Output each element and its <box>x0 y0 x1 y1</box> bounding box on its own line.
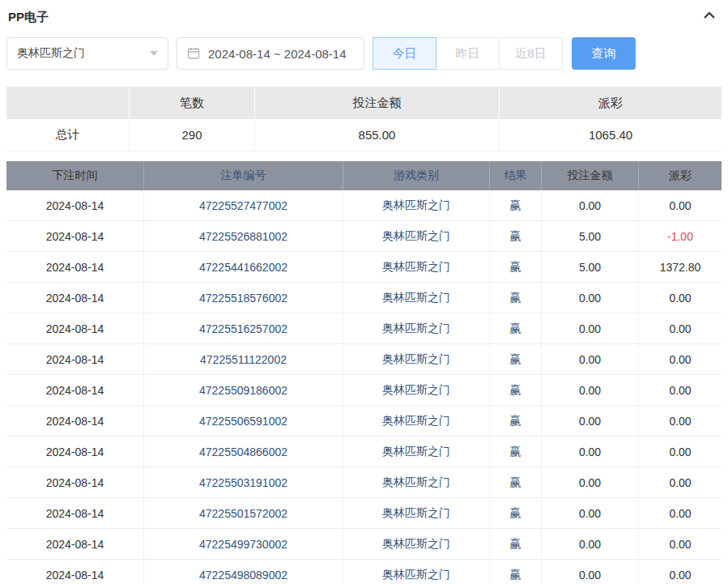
cell-time: 2024-08-14 <box>6 437 144 467</box>
table-row: 2024-08-1447225441662002奥林匹斯之门赢5.001372.… <box>6 252 722 283</box>
cell-game: 奥林匹斯之门 <box>343 406 490 437</box>
cell-bet: 0.00 <box>542 437 639 467</box>
cell-time: 2024-08-14 <box>6 190 144 221</box>
today-button[interactable]: 今日 <box>373 37 436 70</box>
column-header-order-id: 注单编号 <box>144 161 343 190</box>
cell-payout: 0.00 <box>639 529 722 560</box>
query-button[interactable]: 查询 <box>572 37 636 70</box>
cell-order-id: 47225509186002 <box>144 375 343 406</box>
pp-electronic-panel: PP电子 奥林匹斯之门 2024-08-14 ~ 2024-08-14 <box>0 0 728 584</box>
panel-header: PP电子 <box>6 6 722 28</box>
filter-bar: 奥林匹斯之门 2024-08-14 ~ 2024-08-14 今日 昨日 近8日… <box>6 37 722 70</box>
cell-game: 奥林匹斯之门 <box>343 252 490 283</box>
chevron-up-icon <box>702 10 717 24</box>
cell-payout: 0.00 <box>639 560 722 584</box>
yesterday-button[interactable]: 昨日 <box>436 37 500 70</box>
last-8-days-button[interactable]: 近8日 <box>499 37 563 70</box>
cell-bet: 0.00 <box>542 498 639 529</box>
cell-result: 赢 <box>490 437 542 467</box>
cell-time: 2024-08-14 <box>6 252 144 283</box>
cell-time: 2024-08-14 <box>6 375 144 406</box>
game-select[interactable]: 奥林匹斯之门 <box>6 37 168 70</box>
caret-down-icon <box>150 51 158 56</box>
cell-time: 2024-08-14 <box>6 283 144 313</box>
cell-payout: 0.00 <box>639 406 722 437</box>
table-row: 2024-08-1447225518576002奥林匹斯之门赢0.000.00 <box>6 283 722 313</box>
summary-total-payout: 1065.40 <box>500 119 722 151</box>
cell-game: 奥林匹斯之门 <box>343 560 490 584</box>
cell-bet: 0.00 <box>542 529 639 560</box>
cell-game: 奥林匹斯之门 <box>343 498 490 529</box>
cell-result: 赢 <box>490 529 542 560</box>
collapse-panel-button[interactable] <box>702 10 720 24</box>
cell-bet: 0.00 <box>542 560 639 584</box>
cell-payout: 0.00 <box>639 375 722 406</box>
table-row: 2024-08-1447225498089002奥林匹斯之门赢0.000.00 <box>6 560 722 584</box>
table-row: 2024-08-1447225503191002奥林匹斯之门赢0.000.00 <box>6 467 722 498</box>
table-row: 2024-08-1447225526881002奥林匹斯之门赢5.00-1.00 <box>6 221 722 252</box>
cell-result: 赢 <box>490 190 542 221</box>
cell-order-id: 47225518576002 <box>144 283 343 313</box>
cell-order-id: 47225526881002 <box>144 221 343 252</box>
cell-result: 赢 <box>490 221 542 252</box>
cell-time: 2024-08-14 <box>6 406 144 437</box>
cell-bet: 0.00 <box>542 283 639 313</box>
calendar-icon <box>187 47 200 60</box>
cell-result: 赢 <box>490 283 542 313</box>
cell-game: 奥林匹斯之门 <box>343 529 490 560</box>
cell-payout: 0.00 <box>639 467 722 498</box>
cell-payout: 0.00 <box>639 313 722 344</box>
cell-result: 赢 <box>490 467 542 498</box>
cell-game: 奥林匹斯之门 <box>343 313 490 344</box>
date-range-input[interactable]: 2024-08-14 ~ 2024-08-14 <box>177 37 364 70</box>
cell-game: 奥林匹斯之门 <box>343 467 490 498</box>
cell-order-id: 47225527477002 <box>144 190 343 221</box>
summary-total-bet: 855.00 <box>255 119 500 151</box>
cell-bet: 0.00 <box>542 467 639 498</box>
cell-bet: 0.00 <box>542 190 639 221</box>
cell-order-id: 47225441662002 <box>144 252 343 283</box>
cell-bet: 0.00 <box>542 313 639 344</box>
column-header-time: 下注时间 <box>6 161 144 190</box>
cell-result: 赢 <box>490 252 542 283</box>
cell-time: 2024-08-14 <box>6 498 144 529</box>
cell-result: 赢 <box>490 406 542 437</box>
cell-order-id: 47225503191002 <box>144 467 343 498</box>
cell-game: 奥林匹斯之门 <box>343 344 490 375</box>
cell-payout: 0.00 <box>639 190 722 221</box>
cell-bet: 0.00 <box>542 344 639 375</box>
cell-time: 2024-08-14 <box>6 313 144 344</box>
cell-time: 2024-08-14 <box>6 529 144 560</box>
summary-header-count: 笔数 <box>130 87 255 119</box>
cell-order-id: 47225504866002 <box>144 437 343 467</box>
summary-total-row: 总计 290 855.00 1065.40 <box>6 119 722 151</box>
cell-result: 赢 <box>490 375 542 406</box>
summary-header-empty <box>6 87 130 119</box>
quick-range-button-group: 今日 昨日 近8日 <box>373 37 563 70</box>
table-row: 2024-08-1447225499730002奥林匹斯之门赢0.000.00 <box>6 529 722 560</box>
cell-order-id: 47225506591002 <box>144 406 343 437</box>
table-row: 2024-08-1447225509186002奥林匹斯之门赢0.000.00 <box>6 375 722 406</box>
summary-header-payout: 派彩 <box>500 87 722 119</box>
cell-order-id: 47225499730002 <box>144 529 343 560</box>
cell-bet: 0.00 <box>542 406 639 437</box>
cell-game: 奥林匹斯之门 <box>343 375 490 406</box>
summary-table: 笔数 投注金额 派彩 总计 290 855.00 1065.40 <box>6 87 722 151</box>
column-header-bet: 投注金额 <box>542 161 639 190</box>
cell-result: 赢 <box>490 560 542 584</box>
cell-game: 奥林匹斯之门 <box>343 437 490 467</box>
game-select-value: 奥林匹斯之门 <box>17 46 85 61</box>
cell-payout: 0.00 <box>639 498 722 529</box>
column-header-game: 游戏类别 <box>343 161 490 190</box>
cell-result: 赢 <box>490 344 542 375</box>
bet-records-table: 下注时间 注单编号 游戏类别 结果 投注金额 派彩 2024-08-144722… <box>6 161 722 584</box>
summary-total-label: 总计 <box>6 119 130 151</box>
column-header-payout: 派彩 <box>639 161 722 190</box>
cell-order-id: 47225498089002 <box>144 560 343 584</box>
cell-time: 2024-08-14 <box>6 467 144 498</box>
table-row: 2024-08-1447225511122002奥林匹斯之门赢0.000.00 <box>6 344 722 375</box>
summary-header-bet: 投注金额 <box>255 87 500 119</box>
table-row: 2024-08-1447225527477002奥林匹斯之门赢0.000.00 <box>6 190 722 221</box>
cell-time: 2024-08-14 <box>6 560 144 584</box>
column-header-result: 结果 <box>490 161 542 190</box>
